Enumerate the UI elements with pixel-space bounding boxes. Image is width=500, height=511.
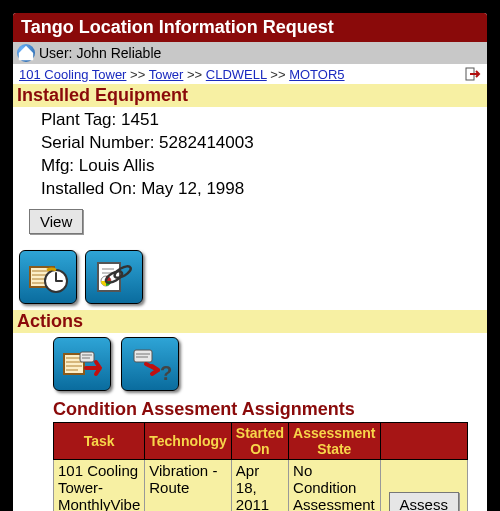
breadcrumb-link-0[interactable]: 101 Cooling Tower	[19, 67, 126, 82]
breadcrumb-sep: >>	[187, 67, 202, 82]
breadcrumb-chain: 101 Cooling Tower >> Tower >> CLDWELL >>…	[19, 67, 461, 82]
app-frame: Tango Location Information Request User:…	[10, 10, 490, 511]
exit-icon[interactable]	[465, 66, 481, 82]
breadcrumb-sep: >>	[270, 67, 285, 82]
plant-tag-label: Plant Tag:	[41, 110, 116, 129]
cell-task: 101 Cooling Tower-MonthlyVibe	[54, 459, 145, 511]
breadcrumb-sep: >>	[130, 67, 145, 82]
page-title: Tango Location Information Request	[21, 17, 334, 37]
installed-on-row: Installed On: May 12, 1998	[41, 178, 483, 201]
serial-label: Serial Number:	[41, 133, 154, 152]
submit-action-icon[interactable]	[53, 337, 111, 391]
col-technology: Technology	[145, 422, 232, 459]
svg-rect-9	[134, 350, 152, 362]
assignments-table: Task Technology Started On Assessment St…	[53, 422, 468, 511]
mfg-label: Mfg:	[41, 156, 74, 175]
user-name: John Reliable	[76, 45, 161, 61]
user-label: User:	[39, 45, 72, 61]
mfg-row: Mfg: Louis Allis	[41, 155, 483, 178]
view-button[interactable]: View	[29, 209, 83, 234]
assignments-heading: Condition Assesment Assignments	[13, 399, 487, 422]
breadcrumb: 101 Cooling Tower >> Tower >> CLDWELL >>…	[13, 64, 487, 84]
col-assessment-state: Assessment State	[289, 422, 381, 459]
plant-tag-value: 1451	[121, 110, 159, 129]
breadcrumb-link-1[interactable]: Tower	[149, 67, 184, 82]
breadcrumb-link-3[interactable]: MOTOR5	[289, 67, 344, 82]
assess-button[interactable]: Assess	[389, 492, 459, 511]
report-link-icon[interactable]	[85, 250, 143, 304]
svg-rect-8	[80, 352, 94, 362]
serial-row: Serial Number: 5282414003	[41, 132, 483, 155]
table-header-row: Task Technology Started On Assessment St…	[54, 422, 468, 459]
state-text: No Condition Assessment	[293, 462, 375, 511]
cell-assess: Assess	[380, 459, 467, 511]
equipment-details: Plant Tag: 1451 Serial Number: 528241400…	[13, 107, 487, 203]
installed-equipment-heading: Installed Equipment	[13, 84, 487, 107]
col-started-on: Started On	[231, 422, 288, 459]
user-bar: User: John Reliable	[13, 42, 487, 64]
equipment-toolbar	[13, 244, 487, 310]
svg-text:?: ?	[160, 362, 172, 384]
cell-technology: Vibration - Route	[145, 459, 232, 511]
serial-value: 5282414003	[159, 133, 254, 152]
breadcrumb-link-2[interactable]: CLDWELL	[206, 67, 267, 82]
action-help-icon[interactable]: ?	[121, 337, 179, 391]
cell-assessment-state: No Condition Assessment Not Assessed	[289, 459, 381, 511]
table-row: 101 Cooling Tower-MonthlyVibe Vibration …	[54, 459, 468, 511]
home-icon[interactable]	[17, 44, 35, 62]
col-action	[380, 422, 467, 459]
installed-on-label: Installed On:	[41, 179, 136, 198]
cell-started-on: Apr 18, 2011	[231, 459, 288, 511]
actions-heading: Actions	[13, 310, 487, 333]
plant-tag-row: Plant Tag: 1451	[41, 109, 483, 132]
title-bar: Tango Location Information Request	[13, 13, 487, 42]
actions-toolbar: ?	[13, 333, 487, 399]
installed-on-value: May 12, 1998	[141, 179, 244, 198]
col-task: Task	[54, 422, 145, 459]
mfg-value: Louis Allis	[79, 156, 155, 175]
history-clock-icon[interactable]	[19, 250, 77, 304]
